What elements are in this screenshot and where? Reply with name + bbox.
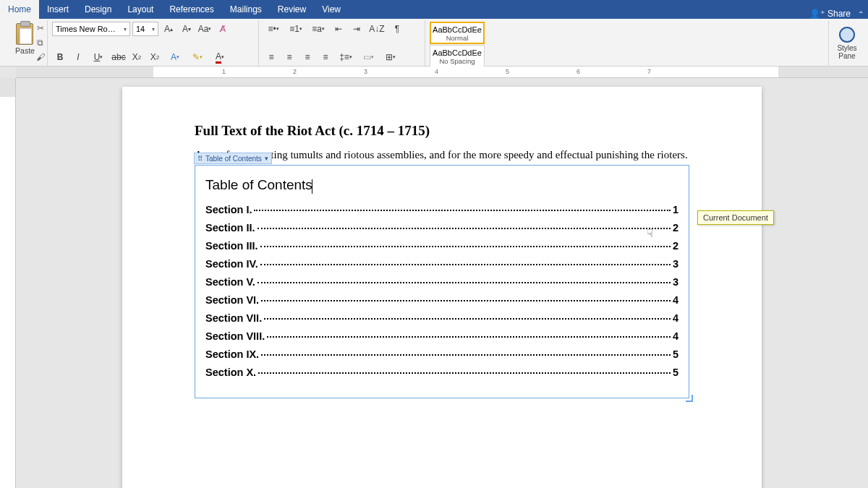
bullets-button[interactable]: ≡•▾: [263, 22, 284, 36]
tab-home[interactable]: Home: [0, 0, 39, 19]
toc-entry[interactable]: Section VI.4: [205, 294, 678, 306]
italic-button[interactable]: I: [70, 50, 86, 64]
toc-leader: [261, 354, 671, 356]
toc-entry[interactable]: Section IX.5: [205, 348, 678, 360]
resize-handle-icon[interactable]: [686, 395, 693, 402]
toc-entry-page: 3: [673, 258, 678, 270]
styles-pane-label: Styles Pane: [833, 44, 861, 60]
tab-insert[interactable]: Insert: [39, 0, 77, 19]
font-size-dropdown[interactable]: 14▾: [132, 22, 158, 36]
sort-button[interactable]: A↓Z: [367, 22, 387, 36]
toc-entry-page: 4: [673, 330, 678, 342]
paste-button[interactable]: Paste: [15, 22, 35, 55]
shrink-font-button[interactable]: A▾: [179, 22, 195, 36]
font-color-button[interactable]: A▾: [210, 50, 230, 64]
toc-grip-icon: ⠿: [197, 155, 203, 163]
toc-entry-label: Section X.: [205, 367, 256, 378]
text-cursor: [312, 179, 312, 194]
toc-handle-label: Table of Contents: [205, 155, 262, 163]
person-plus-icon: 👤⁺: [809, 9, 825, 19]
decrease-indent-button[interactable]: ⇤: [331, 22, 346, 36]
toc-handle[interactable]: ⠿ Table of Contents ▾: [194, 153, 272, 164]
font-name-value: Times New Ro…: [56, 25, 116, 33]
tab-review[interactable]: Review: [270, 0, 314, 19]
style-name-label: No Spacing: [439, 57, 475, 65]
shading-button[interactable]: ▭▾: [358, 50, 378, 64]
style-preview: AaBbCcDdEe: [433, 25, 482, 34]
styles-gallery: AaBbCcDdEeNormalAaBbCcDdEeNo SpacingAaBb…: [425, 20, 829, 66]
toc-entry-page: 2: [673, 240, 678, 252]
tab-references[interactable]: References: [161, 0, 221, 19]
toc-entry[interactable]: Section I.1: [205, 204, 678, 215]
text-effects-button[interactable]: A▾: [165, 50, 185, 64]
vertical-ruler[interactable]: [0, 78, 16, 488]
font-name-dropdown[interactable]: Times New Ro…▾: [52, 22, 130, 36]
toc-entry-label: Section VIII.: [205, 330, 265, 342]
toc-entry[interactable]: Section III.2: [205, 240, 678, 252]
share-button[interactable]: 👤⁺ Share: [809, 9, 851, 19]
underline-button[interactable]: U▾: [88, 50, 109, 64]
ribbon: Paste ✂ ⧉ 🖌 Times New Ro…▾ 14▾ A▴ A▾ Aa▾…: [0, 19, 868, 67]
show-marks-button[interactable]: ¶: [389, 22, 405, 36]
ruler-mark: 1: [222, 68, 226, 75]
style-tile-no-spacing[interactable]: AaBbCcDdEeNo Spacing: [430, 45, 485, 67]
styles-pane-button[interactable]: Styles Pane: [829, 20, 865, 66]
paste-label: Paste: [15, 46, 35, 55]
chevron-down-icon[interactable]: ▾: [265, 155, 268, 162]
toc-heading[interactable]: Table of Contents: [205, 177, 678, 194]
toc-leader: [260, 246, 671, 247]
tab-mailings[interactable]: Mailings: [222, 0, 270, 19]
collapse-ribbon-icon[interactable]: ⌃: [858, 10, 864, 18]
toc-container[interactable]: ⠿ Table of Contents ▾ Table of Contents …: [195, 165, 689, 398]
grow-font-button[interactable]: A▴: [161, 22, 176, 36]
change-case-button[interactable]: Aa▾: [197, 22, 213, 36]
toc-entry[interactable]: Section VII.4: [205, 312, 678, 324]
ruler-mark: 2: [293, 68, 297, 75]
clipboard-group: Paste ✂ ⧉ 🖌: [3, 20, 48, 66]
align-right-button[interactable]: ≡: [299, 50, 315, 64]
toc-entry[interactable]: Section VIII.4: [205, 330, 678, 342]
numbering-button[interactable]: ≡1▾: [286, 22, 306, 36]
toc-leader: [260, 264, 671, 265]
line-spacing-button[interactable]: ‡≡▾: [336, 50, 356, 64]
ruler-mark: 7: [647, 68, 651, 75]
style-name-label: Normal: [446, 34, 469, 42]
increase-indent-button[interactable]: ⇥: [349, 22, 365, 36]
highlight-button[interactable]: ✎▾: [187, 50, 208, 64]
justify-button[interactable]: ≡: [318, 50, 333, 64]
toc-entry-page: 1: [673, 204, 678, 215]
cut-icon[interactable]: ✂: [35, 23, 46, 33]
toc-entry[interactable]: Section X.5: [205, 367, 678, 378]
align-center-button[interactable]: ≡: [281, 50, 297, 64]
toc-leader: [267, 336, 671, 338]
document-canvas[interactable]: Full Text of the Riot Act (c. 1714 – 171…: [16, 78, 868, 488]
bold-button[interactable]: B: [52, 50, 68, 64]
subscript-button[interactable]: X2: [129, 50, 145, 64]
paragraph-group: ≡•▾ ≡1▾ ≡a▾ ⇤ ⇥ A↓Z ¶ ≡ ≡ ≡ ≡ ‡≡▾ ▭▾ ⊞▾: [259, 20, 425, 66]
toc-entry[interactable]: Section V.3: [205, 276, 678, 288]
tab-layout[interactable]: Layout: [119, 0, 161, 19]
tab-design[interactable]: Design: [77, 0, 119, 19]
toc-leader: [258, 372, 671, 374]
ruler-mark: 3: [364, 68, 367, 75]
document-title[interactable]: Full Text of the Riot Act (c. 1714 – 171…: [195, 123, 689, 139]
toc-entry[interactable]: Section IV.3: [205, 258, 678, 270]
borders-button[interactable]: ⊞▾: [380, 50, 401, 64]
format-painter-icon[interactable]: 🖌: [35, 52, 46, 62]
multilevel-list-button[interactable]: ≡a▾: [308, 22, 328, 36]
clear-formatting-button[interactable]: A̸: [215, 22, 231, 36]
style-preview: AaBbCcDdEe: [433, 48, 482, 57]
toc-entry-label: Section I.: [205, 204, 252, 215]
toc-leader: [258, 228, 671, 229]
align-left-button[interactable]: ≡: [263, 50, 279, 64]
tab-view[interactable]: View: [314, 0, 349, 19]
ruler-mark: 6: [576, 68, 580, 75]
superscript-button[interactable]: X2: [147, 50, 163, 64]
strikethrough-button[interactable]: abc: [111, 50, 127, 64]
style-tile-normal[interactable]: AaBbCcDdEeNormal: [430, 22, 485, 44]
document-page[interactable]: Full Text of the Riot Act (c. 1714 – 171…: [122, 87, 762, 488]
copy-icon[interactable]: ⧉: [35, 38, 46, 48]
toc-entry[interactable]: Section II.2: [205, 222, 678, 234]
horizontal-ruler[interactable]: 1234567: [16, 67, 868, 78]
workspace: Full Text of the Riot Act (c. 1714 – 171…: [0, 78, 868, 488]
